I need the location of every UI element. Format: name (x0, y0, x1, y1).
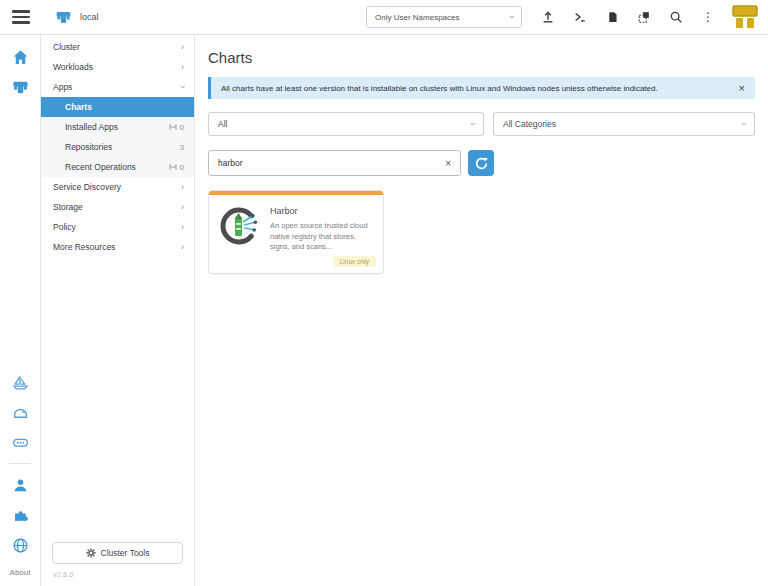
hamburger-menu-icon[interactable] (12, 7, 30, 27)
chevron-right-icon: › (181, 242, 184, 252)
rancher-cow-icon (55, 10, 72, 25)
chevron-right-icon: › (181, 62, 184, 72)
global-icon-rail: About (0, 35, 40, 586)
chevron-right-icon: › (181, 182, 184, 192)
sidebar-item-service-discovery[interactable]: Service Discovery › (41, 177, 194, 197)
chevron-down-icon: › (507, 16, 517, 19)
recent-operations-count: 0 (169, 163, 184, 172)
cluster-rancher-cow-icon[interactable] (12, 79, 29, 96)
sidebar-item-charts[interactable]: Charts (41, 97, 194, 117)
count-range-icon (169, 163, 177, 171)
repo-filter-value: All (218, 119, 227, 129)
refresh-button[interactable] (468, 150, 494, 176)
repositories-count: 3 (180, 143, 184, 152)
clear-search-icon[interactable]: × (445, 158, 451, 169)
repo-filter-select[interactable]: All › (208, 112, 484, 136)
chevron-down-icon: › (739, 123, 749, 126)
sidebar-item-more-resources[interactable]: More Resources › (41, 237, 194, 257)
sidebar-item-storage[interactable]: Storage › (41, 197, 194, 217)
chevron-down-icon: › (178, 86, 188, 89)
chevron-right-icon: › (181, 42, 184, 52)
count-range-icon (169, 123, 177, 131)
page-title: Charts (208, 49, 755, 66)
kebab-menu-icon[interactable]: ⋮ (700, 9, 716, 25)
chevron-right-icon: › (181, 202, 184, 212)
info-banner: All charts have at least one version tha… (208, 77, 755, 99)
search-icon[interactable] (668, 9, 684, 25)
chevron-down-icon: › (468, 123, 478, 126)
virtualization-pill-icon[interactable] (12, 434, 29, 451)
cluster-nav: Cluster › Workloads › Apps › Charts Inst… (40, 35, 195, 586)
namespace-filter-select[interactable]: Only User Namespaces › (366, 6, 522, 28)
cluster-switcher[interactable]: local (47, 7, 107, 28)
close-icon[interactable]: × (739, 82, 745, 94)
sidebar-item-recent-operations[interactable]: Recent Operations 0 (41, 157, 194, 177)
global-settings-globe-icon[interactable] (12, 537, 29, 554)
download-kubeconfig-button[interactable] (604, 9, 620, 25)
chart-card-harbor[interactable]: Harbor An open source trusted cloud nati… (208, 190, 384, 274)
namespace-filter-value: Only User Namespaces (375, 13, 459, 22)
home-icon[interactable] (12, 49, 29, 66)
sidebar-item-policy[interactable]: Policy › (41, 217, 194, 237)
cluster-name: local (80, 12, 99, 22)
refresh-icon (474, 156, 489, 171)
copy-kubeconfig-button[interactable] (636, 9, 652, 25)
fleet-boat-icon[interactable] (12, 374, 29, 391)
version-label: v2.8.0 (53, 570, 73, 579)
kubectl-shell-button[interactable] (572, 9, 588, 25)
chart-search-box: × (208, 150, 461, 176)
chart-card-description: An open source trusted cloud native regi… (270, 221, 374, 253)
cluster-tools-button[interactable]: Cluster Tools (52, 542, 183, 564)
sidebar-item-workloads[interactable]: Workloads › (41, 57, 194, 77)
import-yaml-button[interactable] (540, 9, 556, 25)
info-banner-text: All charts have at least one version tha… (221, 84, 658, 93)
category-filter-value: All Categories (503, 119, 556, 129)
main-content: Charts All charts have at least one vers… (196, 35, 768, 586)
gear-icon (86, 548, 96, 558)
sidebar-item-cluster[interactable]: Cluster › (41, 37, 194, 57)
harbor-logo (217, 204, 261, 248)
installed-apps-count: 0 (169, 123, 184, 132)
chart-card-title: Harbor (270, 206, 374, 216)
sidebar-item-installed-apps[interactable]: Installed Apps 0 (41, 117, 194, 137)
chart-search-input[interactable] (218, 158, 445, 168)
sidebar-item-apps[interactable]: Apps › (41, 77, 194, 97)
chevron-right-icon: › (181, 222, 184, 232)
top-bar: local Only User Namespaces › ⋮ (0, 0, 768, 35)
category-filter-select[interactable]: All Categories › (493, 112, 755, 136)
sidebar-item-repositories[interactable]: Repositories 3 (41, 137, 194, 157)
user-avatar[interactable] (732, 5, 758, 29)
os-badge: Linux only (333, 256, 376, 267)
extensions-puzzle-icon[interactable] (12, 507, 29, 524)
about-link[interactable]: About (10, 568, 31, 577)
cluster-management-icon[interactable] (12, 404, 29, 421)
users-auth-person-icon[interactable] (12, 477, 29, 494)
rail-divider (9, 463, 31, 464)
